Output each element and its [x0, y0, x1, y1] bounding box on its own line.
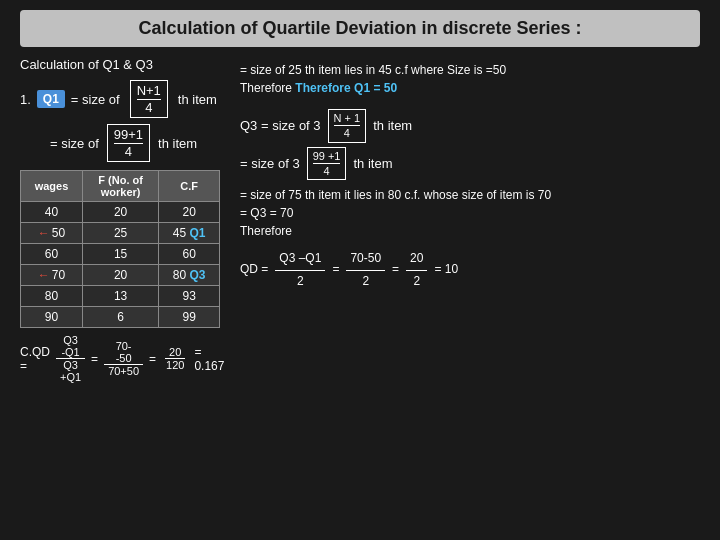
q1-result-text: = size of 25 th item lies in 45 c.f wher…: [240, 61, 700, 97]
q1-therefore: Therefore Therefore Q1 = 50: [240, 81, 397, 95]
data-table: wages F (No. ofworker) C.F 402020←502545…: [20, 170, 220, 328]
col-f: F (No. ofworker): [82, 171, 158, 202]
q1-fraction: N+1 4: [130, 80, 168, 118]
qd-label: QD =: [240, 259, 268, 281]
qd-row: QD = Q3 –Q1 2 = 70-50 2 = 20 2 = 10: [240, 248, 700, 292]
qd-frac3-den: 2: [409, 271, 424, 293]
q1-size-line2: = size of 99+1 4 th item: [50, 124, 220, 162]
table-row: 801393: [21, 286, 220, 307]
q3-frac-num: N + 1: [334, 111, 361, 126]
q1-fraction2: 99+1 4: [107, 124, 150, 162]
q3-size2-label: = size of 3: [240, 156, 300, 171]
page-title: Calculation of Quartile Deviation in dis…: [20, 10, 700, 47]
qd-frac3-num: 20: [406, 248, 427, 271]
calc-heading: Calculation of Q1 & Q3: [20, 57, 220, 72]
table-row: 402020: [21, 202, 220, 223]
qd-frac3: 20 2: [406, 248, 427, 292]
q3-section: Q3 = size of 3 N + 1 4 th item = size of…: [240, 109, 700, 180]
right-panel: = size of 25 th item lies in 45 c.f wher…: [240, 57, 700, 383]
table-row: ←502545 Q1: [21, 223, 220, 244]
q1-step-line: 1. Q1 = size of N+1 4 th item: [20, 80, 220, 118]
cqd-frac-den: Q3 +Q1: [56, 359, 85, 383]
cqd-eq2: =: [149, 352, 156, 366]
q3-th-item: th item: [373, 118, 412, 133]
q3-size-label: Q3 = size of 3: [240, 118, 321, 133]
qd-frac-den: 2: [293, 271, 308, 293]
q3-eq: = Q3 = 70: [240, 206, 293, 220]
q3-size-line2: = size of 3 99 +1 4 th item: [240, 147, 700, 181]
size-of-label: = size of: [71, 92, 120, 107]
cqd-frac-num: Q3 -Q1: [56, 334, 85, 359]
col-cf: C.F: [159, 171, 220, 202]
q3-result-text: = size of 75 th item it lies in 80 c.f. …: [240, 186, 700, 240]
cqd-fraction: Q3 -Q1 Q3 +Q1: [56, 334, 85, 383]
table-row: 601560: [21, 244, 220, 265]
q3-frac2: 99 +1 4: [307, 147, 347, 181]
q3-result-main: = size of 75 th item it lies in 80 c.f. …: [240, 188, 551, 202]
size-of-label2: = size of: [50, 136, 99, 151]
cqd-frac2-num: 20: [165, 346, 185, 359]
q3-frac: N + 1 4: [328, 109, 367, 143]
qd-eq1: =: [332, 259, 339, 281]
cqd-frac2: 20 120: [162, 346, 188, 371]
col-wages: wages: [21, 171, 83, 202]
q1-frac2-num: 99+1: [114, 127, 143, 144]
q1-th-item: th item: [178, 92, 217, 107]
qd-frac2-den: 2: [358, 271, 373, 293]
q1-result-main: = size of 25 th item lies in 45 c.f wher…: [240, 63, 506, 77]
q3-therefore: Therefore: [240, 224, 292, 238]
cqd-frac2-den: 120: [162, 359, 188, 371]
q3-size-line1: Q3 = size of 3 N + 1 4 th item: [240, 109, 700, 143]
cqd-vals-num: 70--50: [104, 340, 143, 365]
qd-result: = 10: [434, 259, 458, 281]
cqd-result: = 0.167: [194, 345, 224, 373]
qd-eq2: =: [392, 259, 399, 281]
q1-th-item2: th item: [158, 136, 197, 151]
cqd-label: C.QD =: [20, 345, 50, 373]
qd-frac2-num: 70-50: [346, 248, 385, 271]
q1-frac-den: 4: [145, 100, 152, 116]
step-number: 1.: [20, 92, 31, 107]
table-row: ←702080 Q3: [21, 265, 220, 286]
cqd-line: C.QD = Q3 -Q1 Q3 +Q1 = 70--50 70+50 = 20…: [20, 334, 220, 383]
q3-frac-den: 4: [344, 126, 350, 140]
qd-frac-num: Q3 –Q1: [275, 248, 325, 271]
qd-frac2: 70-50 2: [346, 248, 385, 292]
left-panel: Calculation of Q1 & Q3 1. Q1 = size of N…: [20, 57, 220, 383]
q3-th-item2: th item: [353, 156, 392, 171]
qd-frac: Q3 –Q1 2: [275, 248, 325, 292]
table-row: 90699: [21, 307, 220, 328]
cqd-vals: 70--50 70+50: [104, 340, 143, 377]
q3-frac2-den: 4: [323, 164, 329, 178]
cqd-eq1: =: [91, 352, 98, 366]
q3-frac2-num: 99 +1: [313, 149, 341, 164]
q1-badge: Q1: [37, 90, 65, 108]
q1-frac-num: N+1: [137, 83, 161, 100]
q1-value: Therefore Q1 = 50: [295, 81, 397, 95]
cqd-vals-den: 70+50: [104, 365, 143, 377]
q1-frac2-den: 4: [125, 144, 132, 160]
qd-section: QD = Q3 –Q1 2 = 70-50 2 = 20 2 = 10: [240, 248, 700, 292]
